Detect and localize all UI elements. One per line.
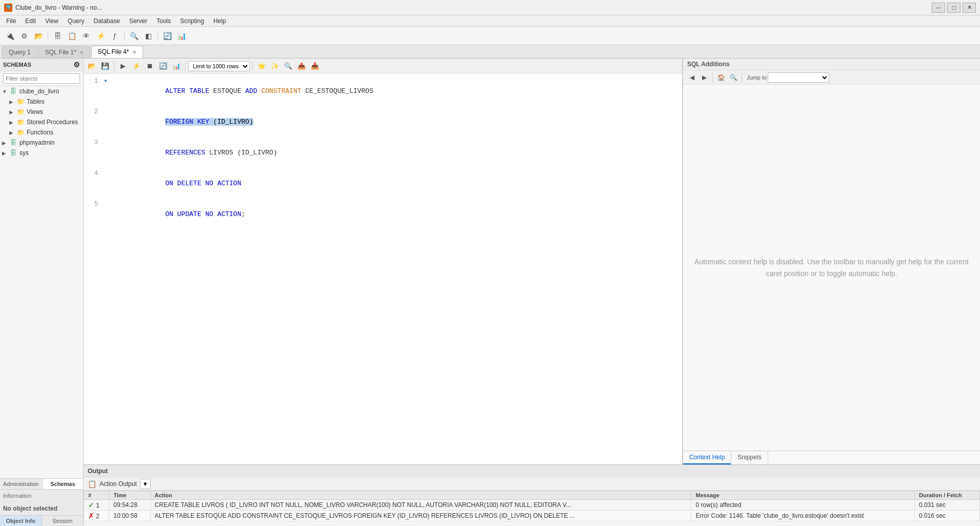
toolbar-manage-connections[interactable]: ⚙ — [17, 29, 31, 43]
additions-prev-btn[interactable]: ◀ — [686, 72, 697, 83]
sql-additions-footer: Context Help Snippets — [683, 451, 980, 464]
sql-explain-btn[interactable]: 📊 — [170, 61, 183, 72]
toolbar-new-connection[interactable]: 🔌 — [3, 29, 16, 43]
sql-save-btn[interactable]: 💾 — [99, 61, 111, 72]
tree-label-sys: sys — [19, 149, 29, 157]
tab-query1[interactable]: Query 1 — [2, 46, 37, 58]
sql-editor: 📂 💾 ▶ ⚡ ⏹ 🔄 📊 Limit to 1000 rows No Limi… — [84, 59, 683, 464]
toolbar-new-function[interactable]: ƒ — [108, 29, 122, 43]
tree-item-stored-procedures[interactable]: ▶ 📁 Stored Procedures — [0, 117, 83, 127]
output-toolbar: 📋 Action Output ▼ — [84, 477, 980, 491]
sql-limit-select[interactable]: Limit to 1000 rows No Limit Limit to 10 … — [188, 61, 250, 71]
sql-format-btn[interactable]: ✨ — [269, 61, 281, 72]
menu-file[interactable]: File — [2, 16, 20, 26]
sql-export-btn[interactable]: 📤 — [295, 61, 308, 72]
sidebar-config-icon[interactable]: ⚙ — [73, 61, 80, 69]
tab-bar: Query 1 SQL File 1* ✕ SQL File 4* ✕ — [0, 45, 980, 59]
sql-toolbar-sep2 — [185, 61, 186, 71]
output-row-1: ✓ 1 09:54:28 CREATE TABLE LIVROS ( ID_LI… — [84, 500, 980, 511]
session-tab[interactable]: Session — [42, 516, 84, 526]
kw-alter: ALTER TABLE — [165, 87, 213, 95]
menu-query[interactable]: Query — [64, 16, 89, 26]
sql-run-selection-btn[interactable]: ⚡ — [130, 61, 143, 72]
search-input[interactable] — [3, 73, 80, 84]
jump-select[interactable] — [768, 72, 829, 83]
toolbar-new-table[interactable]: 📋 — [65, 29, 78, 43]
snippets-tab[interactable]: Snippets — [731, 451, 768, 464]
main-toolbar: 🔌 ⚙ 📂 🗄 📋 👁 ⚡ ƒ 🔍 ◧ 🔄 📊 — [0, 27, 980, 45]
folder-icon-stored-proc: 📁 — [16, 118, 25, 126]
context-help-tab[interactable]: Context Help — [683, 451, 731, 464]
output-panel: Output 📋 Action Output ▼ # Time Action M… — [84, 464, 980, 526]
no-object-label: No object selected — [0, 502, 83, 515]
title-bar-left: 🐬 Clube_do_livro - Warning - no... — [4, 4, 102, 12]
db-icon-phpmyadmin: 🗄 — [9, 139, 17, 147]
additions-home-btn[interactable]: 🏠 — [715, 72, 727, 83]
sql-run-btn[interactable]: ▶ — [117, 61, 129, 72]
tree-item-clube-do-livro[interactable]: ▼ 🗄 clube_do_livro — [0, 86, 83, 96]
action-output-label: Action Output — [99, 480, 137, 488]
additions-sep2 — [742, 72, 742, 83]
tab-sqlfile4[interactable]: SQL File 4* ✕ — [91, 46, 143, 58]
menu-scripting[interactable]: Scripting — [176, 16, 208, 26]
sidebar-tree: ▼ 🗄 clube_do_livro ▶ 📁 Tables ▶ 📁 Views … — [0, 86, 83, 478]
toolbar-migration[interactable]: 🔄 — [161, 29, 174, 43]
sql-open-btn[interactable]: 📂 — [86, 61, 98, 72]
folder-icon-tables: 📁 — [16, 98, 25, 106]
additions-search-btn[interactable]: 🔍 — [728, 72, 739, 83]
menu-edit[interactable]: Edit — [21, 16, 40, 26]
menu-view[interactable]: View — [41, 16, 63, 26]
tab-sqlfile1-close[interactable]: ✕ — [79, 50, 84, 55]
sql-line-5: 5 ON UPDATE NO ACTION; — [84, 199, 682, 230]
toolbar-new-view[interactable]: 👁 — [79, 29, 93, 43]
toolbar-open-script[interactable]: 📂 — [32, 29, 45, 43]
tree-label-clube: clube_do_livro — [19, 88, 59, 95]
sql-star-btn[interactable]: ⭐ — [255, 61, 268, 72]
toolbar-new-schema[interactable]: 🗄 — [51, 29, 64, 43]
output-action-icon: 📋 — [88, 480, 96, 488]
sql-area: 📂 💾 ▶ ⚡ ⏹ 🔄 📊 Limit to 1000 rows No Limi… — [84, 59, 980, 464]
tree-label-views: Views — [27, 108, 43, 115]
sql-content[interactable]: 1 ● ALTER TABLE ESTOQUE ADD CONSTRAINT C… — [84, 74, 682, 464]
object-info-tab[interactable]: Object Info — [0, 516, 42, 526]
sql-refresh-btn[interactable]: 🔄 — [157, 61, 169, 72]
tree-item-phpmyadmin[interactable]: ▶ 🗄 phpmyadmin — [0, 138, 83, 148]
tree-arrow-phpmyadmin: ▶ — [2, 140, 9, 146]
toolbar-performance[interactable]: 📊 — [175, 29, 188, 43]
tree-item-views[interactable]: ▶ 📁 Views — [0, 107, 83, 117]
tree-item-sys[interactable]: ▶ 🗄 sys — [0, 148, 83, 158]
toolbar-toggle-sidebar[interactable]: ◧ — [142, 29, 155, 43]
menu-bar: File Edit View Query Database Server Too… — [0, 15, 980, 27]
tree-item-functions[interactable]: ▶ 📁 Functions — [0, 127, 83, 138]
menu-tools[interactable]: Tools — [152, 16, 175, 26]
tab-sqlfile4-close[interactable]: ✕ — [132, 49, 136, 55]
sql-line-1: 1 ● ALTER TABLE ESTOQUE ADD CONSTRAINT C… — [84, 76, 682, 107]
additions-next-btn[interactable]: ▶ — [698, 72, 710, 83]
toolbar-inspector[interactable]: 🔍 — [127, 29, 141, 43]
sidebar-tab-administration[interactable]: Administration — [0, 479, 43, 489]
line-code-5: ON UPDATE NO ACTION; — [109, 199, 682, 230]
output-title: Output — [88, 467, 108, 475]
db-icon-sys: 🗄 — [9, 149, 17, 157]
menu-database[interactable]: Database — [90, 16, 124, 26]
minimize-button[interactable]: ─ — [932, 3, 945, 13]
status-ok-icon-1: ✓ — [88, 501, 94, 509]
sql-search-btn[interactable]: 🔍 — [282, 61, 294, 72]
menu-server[interactable]: Server — [125, 16, 151, 26]
tree-item-tables[interactable]: ▶ 📁 Tables — [0, 96, 83, 107]
menu-help[interactable]: Help — [209, 16, 230, 26]
toolbar-new-procedure[interactable]: ⚡ — [94, 29, 107, 43]
sidebar-tab-schemas[interactable]: Schemas — [43, 479, 83, 489]
output-dropdown-button[interactable]: ▼ — [140, 479, 151, 489]
row2-action: ALTER TABLE ESTOQUE ADD CONSTRAINT CE_ES… — [150, 511, 691, 521]
status-err-icon-2: ✗ — [88, 512, 94, 520]
sidebar-search-area — [0, 71, 83, 86]
line-num-5: 5 — [84, 199, 102, 209]
row1-status: ✓ 1 — [84, 500, 109, 511]
tab-sqlfile1[interactable]: SQL File 1* ✕ — [38, 46, 90, 58]
close-button[interactable]: ✕ — [963, 3, 976, 13]
row2-status: ✗ 2 — [84, 511, 109, 521]
sql-stop-btn[interactable]: ⏹ — [144, 61, 156, 72]
maximize-button[interactable]: □ — [947, 3, 961, 13]
sql-import-btn[interactable]: 📥 — [309, 61, 321, 72]
